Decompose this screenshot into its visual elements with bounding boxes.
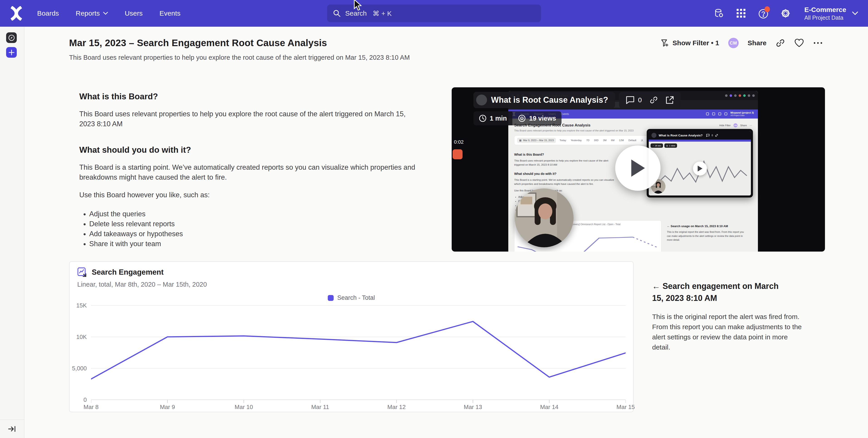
recorded-aside-heading: ← Search usage on March 15, 2023 8:10 AM [667, 225, 746, 228]
discover-boards-button[interactable] [6, 32, 17, 43]
recording-indicator [453, 149, 463, 159]
project-switcher[interactable]: E-Commerce All Project Data [804, 6, 858, 21]
recorded-project-name: Mixpanel (project 3) [731, 111, 754, 114]
annotation-body: This is the original report the alert wa… [652, 311, 802, 352]
search-shortcut: ⌘ + K [373, 9, 392, 18]
x-axis-tick: Mar 14 [531, 404, 567, 411]
avatar[interactable]: CM [728, 38, 739, 48]
recorded-aside: ← Search usage on March 15, 2023 8:10 AM… [667, 225, 746, 242]
comment-icon[interactable] [626, 96, 634, 104]
mixpanel-board-page: { "colors": { "navbar": "#4640C9", "sear… [0, 0, 868, 438]
x-axis-tick: Mar 8 [73, 404, 109, 411]
settings-gear-icon[interactable] [780, 8, 791, 19]
line-chart[interactable]: Mar 8Mar 9Mar 10Mar 11Mar 12Mar 13Mar 14… [91, 301, 626, 410]
mouse-cursor [353, 0, 363, 12]
video-actions-pill: 0 [619, 92, 681, 108]
y-axis-tick: 5,000 [69, 365, 87, 372]
legend-swatch [328, 295, 334, 301]
more-options-button[interactable] [813, 42, 823, 44]
recorded-hide-filter: Hide Filter [719, 124, 731, 127]
annotation-heading: ← Search engagement on March 15, 2023 8:… [652, 280, 791, 304]
x-axis-tick: Mar 9 [149, 404, 186, 411]
page-subtitle: This Board uses relevant properties to h… [69, 54, 410, 61]
y-axis-labels: 05,00010K15K [69, 301, 87, 410]
nested-video-frame: What is Root Cause Analysis? 0 ◔ 18 sec … [647, 129, 753, 198]
link-icon[interactable] [649, 96, 658, 104]
project-scope: All Project Data [804, 14, 846, 21]
nav-item-boards[interactable]: Boards [37, 9, 59, 17]
nav-item-label: Events [159, 9, 181, 17]
nav-item-reports[interactable]: Reports [76, 9, 108, 17]
link-icon [776, 38, 785, 48]
nested-duration-pill: ◔ 18 sec [651, 143, 663, 148]
report-card-search-engagement[interactable]: Search Engagement Linear, total, Mar 8th… [69, 261, 633, 412]
chart-series-line[interactable] [91, 322, 626, 379]
legend-label: Search - Total [337, 294, 375, 301]
nav-item-events[interactable]: Events [159, 9, 181, 17]
plus-icon [8, 49, 15, 56]
section-heading-todo: What should you do with it? [79, 145, 419, 155]
recorded-date-range: Mar 9, 2023 – Mar 15, 2023 [523, 139, 554, 142]
nested-navbar [649, 140, 751, 142]
favorite-button[interactable] [794, 38, 804, 48]
ellipsis-icon [813, 42, 823, 44]
section-heading-about: What is this Board? [79, 92, 419, 101]
y-axis-tick: 15K [69, 302, 87, 309]
recorded-share: Share [740, 124, 747, 127]
y-axis-tick: 10K [69, 334, 87, 340]
play-button[interactable] [615, 145, 660, 191]
board-description: What is this Board? This Board uses rele… [79, 92, 419, 249]
nav-item-users[interactable]: Users [125, 9, 143, 17]
avatar [651, 133, 656, 138]
comment-count: 0 [638, 96, 642, 104]
chart-legend: Search - Total [69, 294, 633, 301]
left-rail [0, 27, 25, 438]
data-management-icon[interactable] [713, 8, 724, 19]
nav-item-label: Users [125, 9, 143, 17]
list-item: Share it with your team [89, 239, 419, 249]
list-item: Adjust the queries [89, 209, 419, 219]
report-title[interactable]: Search Engagement [92, 268, 163, 276]
nested-play-button[interactable] [693, 162, 707, 175]
video-title: What is Root Cause Analysis? [491, 95, 608, 105]
y-axis-tick: 0 [69, 396, 87, 403]
top-navbar: Boards Reports Users Events Search ⌘ + K [0, 0, 868, 27]
video-timestamp-badge: 0:02 [452, 138, 467, 146]
video-title-pill: What is Root Cause Analysis? [473, 92, 615, 108]
create-new-button[interactable] [6, 47, 17, 58]
show-filter-label: Show Filter • 1 [673, 39, 719, 47]
recorded-avatar: CM [734, 123, 738, 127]
video-views: 19 views [529, 115, 556, 122]
show-filter-button[interactable]: Show Filter • 1 [660, 38, 719, 47]
walkthrough-video-player[interactable]: Mar 15, 2023 • Search Enga… Boards Repor… [452, 87, 825, 251]
suggestions-list: Adjust the queries Delete less relevant … [89, 209, 419, 249]
report-subtitle: Linear, total, Mar 8th, 2020 – Mar 15th,… [77, 281, 207, 288]
mixpanel-logo[interactable] [10, 6, 23, 21]
expand-sidebar-button[interactable] [0, 419, 24, 438]
alert-annotation: ← Search engagement on March 15, 2023 8:… [652, 280, 802, 352]
chevron-down-icon [852, 11, 858, 15]
apps-grid-icon[interactable] [736, 8, 747, 19]
share-button[interactable]: Share [748, 39, 767, 47]
x-axis-tick: Mar 12 [378, 404, 415, 411]
copy-link-button[interactable] [776, 38, 785, 48]
section-body-todo: This Board is a starting point. We’ve au… [79, 162, 419, 182]
page-title: Mar 15, 2023 – Search Engagement Root Ca… [69, 38, 327, 48]
presenter-avatar [476, 95, 487, 105]
browser-extensions [725, 94, 755, 97]
section-intro-line: Use this Board however you like, such as… [79, 190, 419, 200]
section-body-about: This Board uses relevant properties to h… [79, 109, 419, 129]
compass-icon [8, 34, 15, 41]
webcam-circle [515, 189, 574, 247]
heart-icon [794, 38, 804, 48]
chevron-down-icon [103, 12, 108, 15]
open-external-icon[interactable] [666, 96, 674, 104]
help-icon[interactable] [758, 8, 769, 19]
nav-item-label: Reports [76, 9, 100, 17]
x-axis-tick: Mar 15 [608, 404, 644, 411]
recorded-aside-body: This is the original report the alert wa… [667, 230, 746, 242]
list-item: Delete less relevant reports [89, 219, 419, 229]
recorded-project-scope: All Project Data [731, 114, 754, 117]
nav-item-label: Boards [37, 9, 59, 17]
line-report-icon [77, 267, 87, 277]
